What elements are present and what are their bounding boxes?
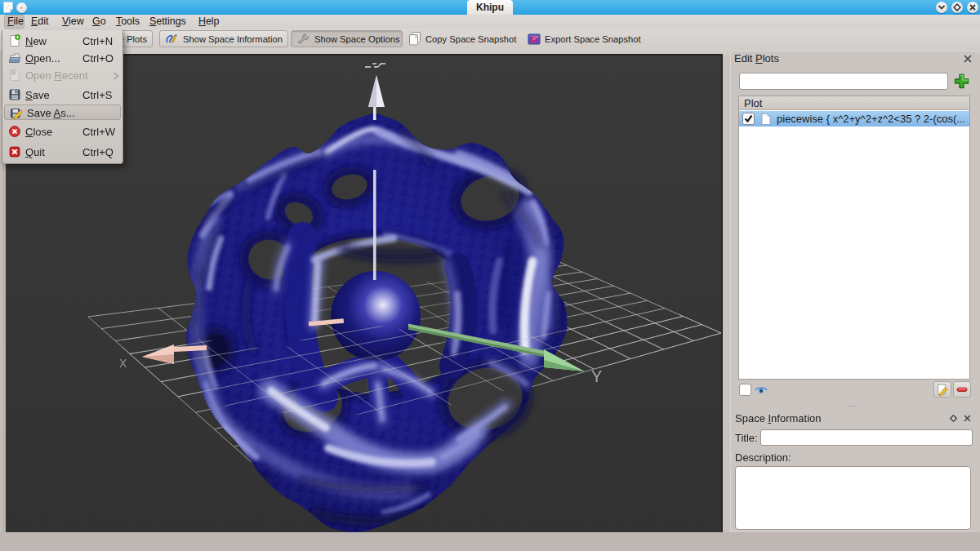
svg-text:Y: Y [591, 367, 602, 385]
svg-text:X: X [119, 357, 127, 370]
